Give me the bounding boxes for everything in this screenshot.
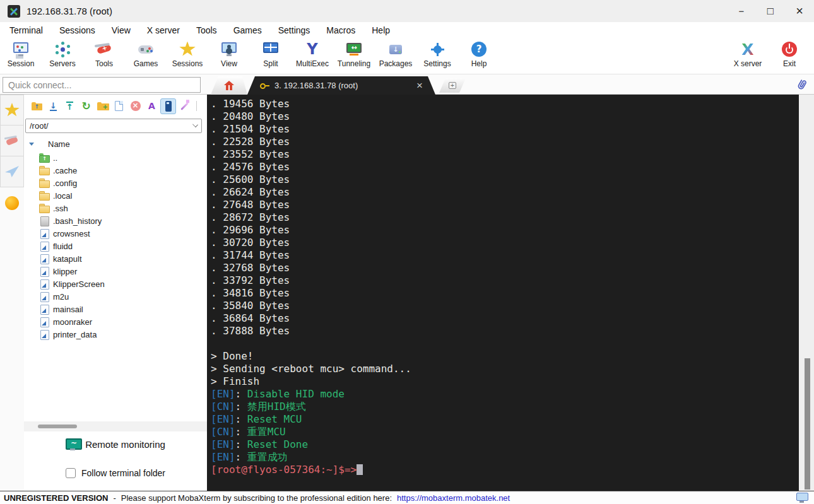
- file-toolbar-delete-button[interactable]: ×: [127, 98, 143, 114]
- tools-icon: [95, 40, 113, 58]
- toolbar-packages-button[interactable]: Packages: [375, 38, 416, 74]
- terminal-line: [CN]: 重置MCU: [211, 426, 799, 438]
- terminal-line: . 19456 Bytes: [211, 98, 799, 110]
- split-icon: [262, 40, 280, 58]
- sidebar-strip-knife-button[interactable]: [0, 126, 24, 156]
- menu-item-tools[interactable]: Tools: [188, 23, 225, 37]
- file-name: printer_data: [53, 330, 97, 339]
- file-row[interactable]: mainsail: [24, 303, 206, 315]
- toolbar-games-button[interactable]: Games: [125, 38, 167, 74]
- toolbar-help-button[interactable]: ?Help: [458, 38, 500, 74]
- file-name: .ssh: [53, 204, 68, 213]
- file-row[interactable]: .local: [24, 189, 206, 202]
- terminal-line: [EN]: Reset Done: [211, 438, 799, 451]
- toolbar-view-button[interactable]: View: [208, 38, 250, 74]
- file-toolbar-upload-button[interactable]: ↑: [62, 98, 78, 114]
- attachments-button[interactable]: [794, 77, 809, 92]
- path-combobox[interactable]: [25, 119, 202, 133]
- toolbar-tools-button[interactable]: Tools: [83, 38, 125, 74]
- toolbar-label: X server: [734, 59, 762, 68]
- new-tab-button[interactable]: [439, 78, 466, 93]
- key-icon: [260, 83, 270, 88]
- refresh-icon: ↻: [81, 100, 90, 112]
- menu-item-games[interactable]: Games: [225, 23, 270, 37]
- file-row[interactable]: .cache: [24, 164, 206, 177]
- file-row[interactable]: m2u: [24, 290, 206, 303]
- file-toolbar-new-file-button[interactable]: [111, 98, 127, 114]
- close-tab-icon[interactable]: [416, 79, 423, 92]
- file-toolbar-folder-up-button[interactable]: [29, 98, 45, 114]
- maximize-button[interactable]: [756, 0, 785, 22]
- file-toolbar-download-button[interactable]: ↓: [45, 98, 61, 114]
- terminal-line: . 22528 Bytes: [211, 136, 799, 148]
- horizontal-scrollbar[interactable]: [24, 421, 207, 431]
- quick-connect-input[interactable]: [3, 77, 201, 93]
- file-row[interactable]: katapult: [24, 252, 206, 265]
- menu-item-help[interactable]: Help: [363, 23, 398, 37]
- toolbar-session-button[interactable]: Session: [0, 38, 42, 74]
- file-row[interactable]: .config: [24, 177, 206, 189]
- menu-item-macros[interactable]: Macros: [318, 23, 363, 37]
- file-name: .cache: [53, 166, 77, 175]
- toolbar-tunneling-button[interactable]: Tunneling: [333, 38, 375, 74]
- file-toolbar-rename-button[interactable]: A: [144, 98, 160, 114]
- star-icon: [4, 103, 20, 117]
- file-row[interactable]: klipper: [24, 265, 206, 278]
- follow-terminal-folder-checkbox[interactable]: [66, 468, 76, 478]
- file-toolbar-wand-button[interactable]: [177, 98, 192, 114]
- terminal-output[interactable]: . 19456 Bytes. 20480 Bytes. 21504 Bytes.…: [207, 95, 799, 491]
- statusbar-link[interactable]: https://mobaxterm.mobatek.net: [397, 493, 510, 503]
- menu-item-sessions[interactable]: Sessions: [51, 23, 103, 37]
- file-row[interactable]: fluidd: [24, 240, 206, 252]
- folder-icon: [39, 203, 50, 213]
- minimize-button[interactable]: [727, 0, 756, 22]
- file-name: klipper: [53, 267, 77, 276]
- file-toolbar-refresh-button[interactable]: ↻: [78, 98, 94, 114]
- toolbar-label: Tunneling: [338, 59, 370, 68]
- menu-item-x-server[interactable]: X server: [139, 23, 188, 37]
- file-toolbar-new-folder-button[interactable]: [95, 98, 110, 114]
- exit-icon: [781, 40, 798, 58]
- tab-active-session[interactable]: 3. 192.168.31.78 (root): [247, 76, 435, 95]
- terminal-line: [EN]: Disable HID mode: [211, 388, 799, 401]
- menu-item-terminal[interactable]: Terminal: [1, 23, 51, 37]
- file-list-header[interactable]: Name: [24, 138, 70, 150]
- terminal-line: . 37888 Bytes: [211, 325, 799, 337]
- toolbar-sessions-button[interactable]: Sessions: [167, 38, 208, 74]
- tab-home[interactable]: [211, 76, 247, 95]
- remote-monitoring-button[interactable]: Remote monitoring: [24, 438, 207, 450]
- file-row[interactable]: KlipperScreen: [24, 278, 206, 290]
- file-row[interactable]: .ssh: [24, 202, 206, 214]
- scrollbar-thumb[interactable]: [38, 425, 77, 428]
- sidebar-strip-plane-button[interactable]: [0, 156, 24, 187]
- terminal-line: [211, 337, 799, 350]
- folder-icon: [39, 165, 50, 175]
- menu-item-view[interactable]: View: [103, 23, 139, 37]
- toolbar-servers-button[interactable]: Servers: [42, 38, 83, 74]
- terminal-line: [EN]: Reset MCU: [211, 413, 799, 426]
- terminal-line: . 26624 Bytes: [211, 186, 799, 199]
- terminal-line: [root@flyos-057364:~]$=>: [211, 464, 799, 476]
- terminal-line: . 24576 Bytes: [211, 161, 799, 173]
- menu-item-settings[interactable]: Settings: [270, 23, 319, 37]
- toolbar-split-button[interactable]: Split: [250, 38, 292, 74]
- toolbar-x-server-button[interactable]: XX server: [727, 38, 769, 74]
- terminal-scrollbar-thumb[interactable]: [805, 358, 810, 489]
- toolbar-multiexec-button[interactable]: YMultiExec: [292, 38, 333, 74]
- toolbar-exit-button[interactable]: Exit: [769, 38, 810, 74]
- sidebar-strip-globe-button[interactable]: [0, 187, 24, 218]
- terminal-scrollbar[interactable]: [799, 95, 814, 491]
- file-row[interactable]: ..: [24, 151, 206, 164]
- window-title: 192.168.31.78 (root): [27, 6, 112, 16]
- tab-label: 3. 192.168.31.78 (root): [274, 81, 411, 90]
- path-input[interactable]: [25, 119, 202, 133]
- file-row[interactable]: crowsnest: [24, 227, 206, 240]
- close-button[interactable]: [785, 0, 814, 22]
- sidebar-strip-star-button[interactable]: [0, 95, 24, 126]
- toolbar-settings-button[interactable]: Settings: [416, 38, 458, 74]
- file-toolbar-sync-button[interactable]: [160, 98, 176, 114]
- file-name: .config: [53, 179, 77, 188]
- file-row[interactable]: printer_data: [24, 328, 206, 341]
- file-row[interactable]: .bash_history: [24, 214, 206, 227]
- file-row[interactable]: moonraker: [24, 315, 206, 328]
